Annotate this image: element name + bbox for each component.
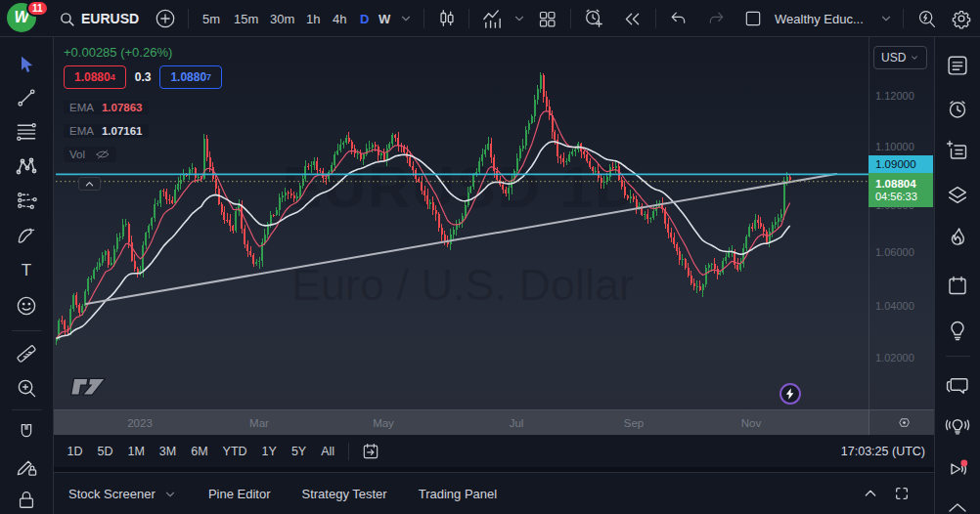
range-5d[interactable]: 5D	[97, 445, 112, 458]
drawing-toolbar: T	[0, 37, 54, 514]
timeframe-1d[interactable]: D	[360, 0, 369, 37]
chart-style-button[interactable]	[436, 0, 458, 37]
indicators-dropdown-icon[interactable]	[512, 0, 526, 37]
maximize-panel-icon[interactable]	[894, 486, 910, 501]
vol-label: Vol	[69, 149, 85, 160]
ideas-icon[interactable]	[946, 319, 969, 342]
price-label: 1.10000	[875, 141, 914, 152]
divider	[12, 409, 42, 410]
time-label: Mar	[249, 417, 269, 429]
time-label: 2023	[127, 417, 153, 429]
broadcast-ideas-icon[interactable]	[945, 414, 971, 441]
price-label: 1.06000	[875, 246, 914, 258]
compare-add-button[interactable]	[155, 0, 176, 37]
tab-stock-screener[interactable]: Stock Screener	[68, 487, 156, 501]
axis-settings-icon[interactable]	[897, 415, 912, 430]
price-label: 1.04000	[875, 300, 914, 312]
boost-badge[interactable]	[780, 383, 801, 405]
chat-icon[interactable]	[946, 374, 970, 399]
sell-button[interactable]: 1.08804	[64, 65, 126, 89]
time-label: May	[373, 417, 394, 429]
time-axis[interactable]: 2023 Mar May Jul Sep Nov	[54, 409, 934, 435]
lock-all-tool[interactable]	[16, 489, 37, 510]
notification-badge: 11	[26, 0, 49, 17]
timeframe-1w[interactable]: W	[379, 0, 390, 37]
quick-search-button[interactable]	[916, 0, 937, 37]
replay-button[interactable]	[622, 0, 643, 37]
collapse-line-button[interactable]	[78, 177, 101, 191]
go-to-date-button[interactable]	[361, 442, 380, 461]
streams-icon[interactable]	[945, 456, 970, 482]
tradingview-logo[interactable]	[67, 374, 121, 400]
collapse-panel-icon[interactable]	[863, 486, 878, 501]
range-3m[interactable]: 3M	[159, 445, 176, 458]
layout-grid-button[interactable]	[537, 0, 557, 37]
range-1d[interactable]: 1D	[67, 445, 83, 458]
separator	[468, 9, 469, 28]
separator	[570, 9, 571, 28]
layout-dropdown-icon[interactable]	[879, 0, 893, 37]
timeframe-5m[interactable]: 5m	[202, 0, 220, 37]
drawing-lock-tool[interactable]	[16, 455, 38, 478]
symbol-search[interactable]: EURUSD	[81, 0, 139, 37]
range-ytd[interactable]: YTD	[223, 445, 247, 458]
cursor-tool[interactable]	[17, 55, 36, 74]
screener-dropdown-icon[interactable]	[163, 488, 177, 501]
magnet-tool[interactable]	[16, 421, 37, 443]
timeframe-dropdown-icon[interactable]	[399, 0, 413, 37]
text-tool[interactable]: T	[22, 261, 31, 280]
notes-icon[interactable]	[946, 140, 969, 163]
timeframe-15m[interactable]: 15m	[234, 0, 258, 37]
price-change: +0.00285 (+0.26%)	[64, 45, 222, 60]
alerts-icon[interactable]	[946, 98, 969, 121]
axis-corner	[869, 410, 934, 436]
forecast-tool[interactable]	[16, 191, 38, 213]
emoji-tool[interactable]	[16, 295, 38, 318]
help-icon[interactable]	[946, 497, 969, 514]
range-6m[interactable]: 6M	[191, 445, 207, 458]
separator	[903, 9, 904, 28]
price-axis[interactable]: USD 1.12000 1.10000 1.08000 1.06000 1.04…	[869, 37, 934, 409]
layout-select-icon[interactable]	[743, 0, 763, 37]
fib-tool[interactable]	[16, 121, 38, 144]
calendar-icon[interactable]	[946, 274, 969, 297]
timeframe-30m[interactable]: 30m	[270, 0, 294, 37]
tab-strategy-tester[interactable]: Strategy Tester	[301, 487, 386, 501]
range-1y[interactable]: 1Y	[262, 445, 277, 458]
price-label: 1.02000	[875, 352, 914, 364]
trendline-tool[interactable]	[16, 87, 38, 109]
brush-tool[interactable]	[16, 225, 38, 247]
range-5y[interactable]: 5Y	[291, 445, 306, 458]
clock-utc[interactable]: 17:03:25 (UTC)	[841, 445, 925, 458]
redo-button[interactable]	[707, 0, 727, 37]
eye-off-icon[interactable]	[95, 148, 111, 161]
currency-toggle[interactable]: USD	[873, 46, 927, 69]
range-1m[interactable]: 1M	[127, 445, 144, 458]
zoom-in-tool[interactable]	[16, 377, 38, 400]
tab-trading-panel[interactable]: Trading Panel	[419, 487, 497, 501]
time-label: Jul	[510, 417, 524, 429]
divider	[946, 356, 970, 357]
ema-label: EMA	[69, 102, 94, 113]
hotlist-icon[interactable]	[946, 226, 969, 249]
timeframe-4h[interactable]: 4h	[333, 0, 346, 37]
symbol-search-icon[interactable]	[59, 0, 75, 37]
current-price-tag: 1.08804 04:56:33	[869, 173, 933, 207]
alert-add-button[interactable]	[583, 0, 604, 37]
range-all[interactable]: All	[321, 445, 334, 458]
bottom-tabs: Stock Screener Pine Editor Strategy Test…	[54, 472, 934, 514]
separator	[655, 9, 656, 28]
timeframe-1h[interactable]: 1h	[306, 0, 320, 37]
range-bar: 1D 5D 1M 3M 6M YTD 1Y 5Y All 17:03:25 (U…	[54, 435, 934, 467]
settings-button[interactable]	[951, 0, 972, 37]
watchlist-icon[interactable]	[946, 54, 970, 78]
undo-button[interactable]	[668, 0, 688, 37]
indicators-button[interactable]	[481, 0, 504, 37]
buy-button[interactable]: 1.08807	[159, 65, 222, 89]
layout-select-name[interactable]: Wealthy Educ...	[775, 0, 864, 37]
measure-tool[interactable]	[16, 343, 38, 365]
chart-area[interactable]: EURUSD 1D Euro / U.S. Dollar +0.00285 (+…	[54, 37, 934, 409]
tab-pine-editor[interactable]: Pine Editor	[208, 487, 271, 501]
pattern-tool[interactable]	[15, 154, 38, 178]
object-tree-icon[interactable]	[946, 184, 970, 208]
